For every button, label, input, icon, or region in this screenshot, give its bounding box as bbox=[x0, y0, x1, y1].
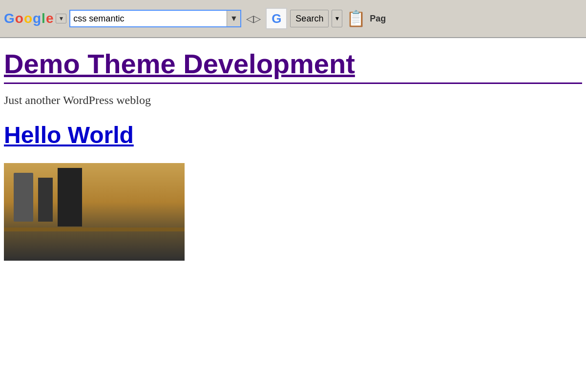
post-title-link[interactable]: Hello World bbox=[4, 122, 134, 148]
nav-arrows[interactable]: ◁ ▷ bbox=[246, 13, 261, 24]
search-button-label: Search bbox=[295, 14, 323, 24]
page-content: Demo Theme Development Just another Word… bbox=[0, 38, 586, 270]
left-arrow-icon: ◁ bbox=[246, 13, 253, 24]
google-dropdown-button[interactable]: ▼ bbox=[56, 14, 66, 23]
post-image bbox=[4, 163, 185, 261]
google-toolbar: Google ▼ ▼ ◁ ▷ G Search ▼ 📋 Pag bbox=[0, 0, 586, 38]
google-dropdown-arrow-icon: ▼ bbox=[58, 15, 64, 22]
search-input-wrapper: ▼ bbox=[69, 10, 241, 27]
bookmark-icon[interactable]: 📋 bbox=[345, 8, 367, 29]
search-button[interactable]: Search bbox=[290, 10, 329, 27]
google-logo[interactable]: Google bbox=[4, 11, 53, 26]
g-letter-icon: G bbox=[272, 11, 281, 26]
search-dropdown-arrow-icon: ▼ bbox=[334, 15, 340, 22]
site-description: Just another WordPress weblog bbox=[4, 94, 582, 107]
google-search-icon-button[interactable]: G bbox=[266, 8, 287, 29]
search-input[interactable] bbox=[70, 13, 227, 25]
site-title[interactable]: Demo Theme Development bbox=[4, 48, 582, 84]
dropdown-arrow-icon: ▼ bbox=[230, 14, 238, 23]
search-button-dropdown[interactable]: ▼ bbox=[332, 10, 342, 27]
search-input-dropdown-button[interactable]: ▼ bbox=[227, 11, 240, 26]
right-arrow-icon: ▷ bbox=[253, 13, 261, 24]
page-label: Pag bbox=[370, 14, 386, 24]
